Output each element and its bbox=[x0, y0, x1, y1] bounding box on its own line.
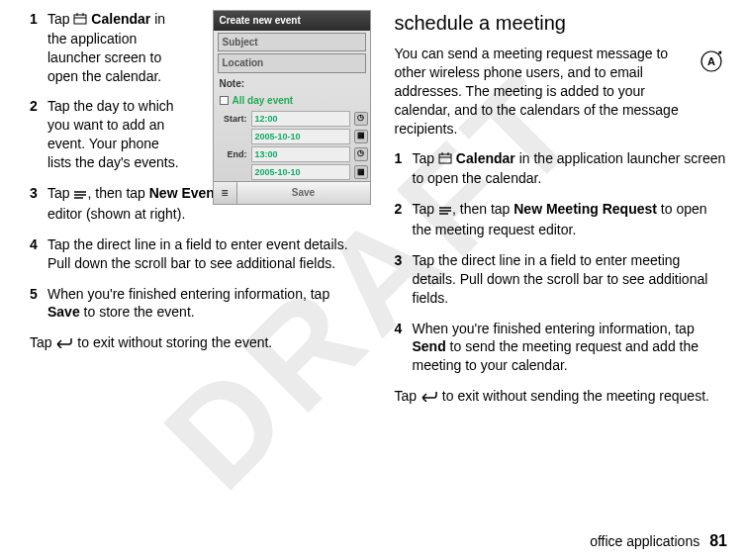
text-post: to send the meeting request and add the … bbox=[413, 338, 700, 373]
text-pre: When you're finished entering informatio… bbox=[47, 286, 329, 302]
right-step-2: 2 Tap , then tap New Meeting Request to … bbox=[395, 200, 728, 239]
text-post: to store the event. bbox=[80, 304, 195, 320]
start-date-row: 2005-10-10 ▦ bbox=[214, 128, 370, 145]
back-icon bbox=[420, 388, 438, 407]
subject-field[interactable]: Subject bbox=[218, 33, 366, 52]
left-column: 1 Tap Calendar in the application launch… bbox=[30, 10, 363, 419]
end-date-row: 2005-10-10 ▦ bbox=[214, 163, 370, 181]
bold-label: Save bbox=[47, 304, 80, 320]
bold-label: Calendar bbox=[456, 150, 515, 166]
text-pre: Tap bbox=[413, 150, 438, 166]
left-top-wrap: 1 Tap Calendar in the application launch… bbox=[30, 10, 363, 172]
bold-label: Calendar bbox=[91, 11, 150, 27]
page-number: 81 bbox=[709, 532, 727, 550]
calendar-icon[interactable]: ▦ bbox=[354, 165, 368, 179]
step-text: Tap Calendar in the application launcher… bbox=[47, 10, 183, 85]
right-step-1: 1 Tap Calendar in the application launch… bbox=[395, 149, 728, 188]
step-number: 2 bbox=[395, 200, 413, 239]
menu-icon bbox=[73, 186, 87, 205]
end-time-field[interactable]: 13:00 bbox=[251, 146, 350, 162]
svg-rect-11 bbox=[439, 154, 451, 163]
page-content: 1 Tap Calendar in the application launch… bbox=[0, 0, 747, 419]
end-date-field[interactable]: 2005-10-10 bbox=[251, 164, 350, 180]
calendar-app-icon bbox=[73, 11, 87, 30]
start-date-field[interactable]: 2005-10-10 bbox=[251, 129, 350, 144]
step-text: Tap the direct line in a field to enter … bbox=[413, 251, 728, 308]
step-number: 1 bbox=[30, 10, 47, 85]
text-pre: When you're finished entering informatio… bbox=[413, 321, 695, 336]
right-column: schedule a meeting A You can send a meet… bbox=[395, 10, 728, 419]
page-footer: office applications 81 bbox=[590, 532, 727, 550]
step-text: When you're finished entering informatio… bbox=[413, 320, 728, 376]
allday-label: All day event bbox=[233, 94, 294, 108]
text-pre: Tap bbox=[47, 11, 73, 27]
bold-label: Send bbox=[413, 338, 446, 354]
phone-titlebar: Create new event bbox=[214, 11, 370, 31]
text-post: to exit without sending the meeting requ… bbox=[438, 388, 709, 404]
footer-section: office applications bbox=[590, 533, 700, 549]
save-button[interactable]: Save bbox=[237, 182, 370, 204]
end-time-row: End: 13:00 ◷ bbox=[214, 145, 370, 163]
step-number: 2 bbox=[30, 97, 47, 172]
left-step-2: 2 Tap the day to which you want to add a… bbox=[30, 97, 183, 172]
phone-screenshot: Create new event Subject Location Note: … bbox=[213, 10, 371, 205]
step-number: 1 bbox=[395, 149, 413, 188]
end-label: End: bbox=[216, 148, 247, 160]
calendar-app-icon bbox=[438, 150, 452, 169]
left-step-5: 5 When you're finished entering informat… bbox=[30, 285, 363, 323]
step-number: 3 bbox=[395, 251, 413, 308]
clock-icon[interactable]: ◷ bbox=[354, 112, 368, 126]
section-heading: schedule a meeting bbox=[395, 10, 728, 37]
badge-letter: A bbox=[707, 55, 715, 67]
right-exit-note: Tap to exit without sending the meeting … bbox=[395, 387, 728, 407]
step-text: Tap , then tap New Meeting Request to op… bbox=[413, 200, 728, 239]
back-icon bbox=[55, 334, 73, 353]
allday-checkbox[interactable] bbox=[220, 96, 229, 105]
step-number: 4 bbox=[395, 320, 413, 376]
left-exit-note: Tap to exit without storing the event. bbox=[30, 333, 363, 353]
text-pre: Tap bbox=[47, 185, 73, 201]
allday-row[interactable]: All day event bbox=[214, 92, 370, 110]
step-number: 3 bbox=[30, 184, 47, 224]
step-text: Tap Calendar in the application launcher… bbox=[413, 149, 728, 188]
left-step-4: 4 Tap the direct line in a field to ente… bbox=[30, 235, 363, 273]
phone-menu-button[interactable]: ≡ bbox=[214, 182, 237, 204]
start-time-row: Start: 12:00 ◷ bbox=[214, 110, 370, 128]
text-mid: , then tap bbox=[87, 185, 148, 201]
step-number: 4 bbox=[30, 235, 47, 273]
svg-rect-0 bbox=[74, 15, 86, 24]
note-label: Note: bbox=[214, 75, 370, 93]
text-mid: , then tap bbox=[452, 201, 514, 217]
text-pre: Tap bbox=[413, 201, 438, 217]
bold-label: New Meeting Request bbox=[514, 201, 657, 217]
phone-bottom-bar: ≡ Save bbox=[214, 181, 370, 204]
step-text: When you're finished entering informatio… bbox=[47, 285, 363, 323]
step-text: Tap the day to which you want to add an … bbox=[47, 97, 183, 172]
step-number: 5 bbox=[30, 285, 47, 323]
start-label: Start: bbox=[216, 113, 247, 125]
text-post: to exit without storing the event. bbox=[73, 334, 272, 350]
bold-label: New Event bbox=[149, 185, 220, 201]
left-step-1: 1 Tap Calendar in the application launch… bbox=[30, 10, 183, 85]
intro-paragraph: You can send a meeting request message t… bbox=[395, 45, 728, 138]
clock-icon[interactable]: ◷ bbox=[354, 147, 368, 161]
text-pre: Tap bbox=[395, 388, 420, 404]
feature-badge: A bbox=[700, 49, 723, 73]
start-time-field[interactable]: 12:00 bbox=[251, 111, 350, 127]
calendar-icon[interactable]: ▦ bbox=[354, 130, 368, 143]
menu-icon bbox=[438, 202, 452, 221]
left-top-text: 1 Tap Calendar in the application launch… bbox=[30, 10, 183, 172]
right-step-4: 4 When you're finished entering informat… bbox=[395, 320, 728, 376]
location-field[interactable]: Location bbox=[218, 53, 366, 73]
step-text: Tap the direct line in a field to enter … bbox=[47, 235, 363, 273]
right-step-3: 3 Tap the direct line in a field to ente… bbox=[395, 251, 728, 308]
text-pre: Tap bbox=[30, 334, 55, 350]
